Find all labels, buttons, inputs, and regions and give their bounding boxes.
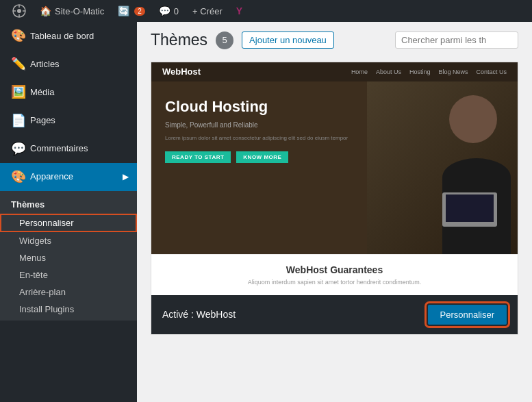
- sidebar-item-appearance[interactable]: 🎨 Apparence ▶: [0, 163, 137, 191]
- submenu-item-install-plugins[interactable]: Install Plugins: [0, 301, 137, 318]
- yoast-icon: Y: [236, 5, 242, 16]
- appearance-label: Apparence: [30, 171, 73, 183]
- pages-label: Pages: [30, 114, 55, 127]
- comments-count: 0: [174, 6, 179, 16]
- updates-button[interactable]: 🔄 2: [111, 0, 152, 22]
- submenu-item-personnaliser[interactable]: Personnaliser: [0, 214, 137, 232]
- submenu-item-arriere-plan[interactable]: Arrière-plan: [0, 284, 137, 301]
- person-head: [449, 95, 497, 143]
- active-prefix: Activé :: [162, 309, 194, 320]
- articles-icon: ✏️: [11, 55, 25, 73]
- comments-icon: 💬: [11, 140, 25, 158]
- theme-footer: Activé : WebHost Personnaliser: [151, 295, 518, 334]
- sidebar-item-dashboard[interactable]: 🎨 Tableau de bord: [0, 22, 137, 50]
- nav-link-about: About Us: [376, 68, 401, 75]
- themes-count-badge: 5: [216, 32, 233, 49]
- sidebar-item-articles[interactable]: ✏️ Articles: [0, 50, 137, 78]
- add-new-button[interactable]: Ajouter un nouveau: [242, 32, 334, 49]
- preview-hero-left: Cloud Hosting Simple, Powerfull and Reli…: [151, 81, 367, 254]
- preview-hero: Cloud Hosting Simple, Powerfull and Reli…: [151, 81, 518, 254]
- updates-count: 2: [134, 7, 145, 16]
- dashboard-icon: 🎨: [11, 27, 25, 45]
- preview-hero-subtitle: Simple, Powerfull and Reliable: [165, 121, 353, 129]
- pages-icon: 📄: [11, 112, 25, 129]
- guarantees-section: WebHost Guarantees Aliquom interdum sapi…: [151, 254, 518, 295]
- nav-link-hosting: Hosting: [409, 68, 431, 75]
- appearance-arrow: ▶: [123, 171, 129, 183]
- yoast-button[interactable]: Y: [229, 0, 249, 22]
- theme-preview: WebHost Home About Us Hosting Blog News …: [151, 62, 518, 254]
- laptop-shape: [442, 192, 497, 227]
- theme-active-label: Activé : WebHost: [162, 309, 236, 320]
- dashboard-label: Tableau de bord: [30, 30, 94, 42]
- svg-point-1: [17, 9, 21, 13]
- search-input[interactable]: [395, 32, 518, 49]
- active-theme-name: WebHost: [197, 309, 236, 320]
- submenu-header: Thèmes: [0, 194, 137, 214]
- preview-nav-logo: WebHost: [162, 66, 201, 77]
- preview-hero-title: Cloud Hosting: [165, 98, 353, 116]
- articles-label: Articles: [30, 58, 60, 71]
- theme-card-webhost: WebHost Home About Us Hosting Blog News …: [151, 62, 518, 335]
- site-name-button[interactable]: 🏠 Site-O-Matic: [33, 0, 111, 22]
- media-icon: 🖼️: [11, 84, 25, 101]
- submenu-item-widgets[interactable]: Widgets: [0, 232, 137, 249]
- wp-icon: [12, 4, 26, 18]
- main-content: Thèmes 5 Ajouter un nouveau WebHost Home…: [137, 22, 532, 402]
- nav-link-blog: Blog News: [438, 68, 468, 75]
- submenu-item-menus[interactable]: Menus: [0, 249, 137, 266]
- guarantees-text: Aliquom interdum sapien sit amet tortor …: [161, 279, 508, 286]
- appearance-icon: 🎨: [11, 168, 25, 186]
- preview-nav-links: Home About Us Hosting Blog News Contact …: [351, 68, 507, 75]
- site-name-label: Site-O-Matic: [55, 6, 104, 16]
- page-title: Thèmes: [151, 30, 207, 51]
- preview-nav: WebHost Home About Us Hosting Blog News …: [151, 62, 518, 81]
- preview-btn-more: KNOW MORE: [236, 151, 288, 163]
- sidebar-item-media[interactable]: 🖼️ Média: [0, 78, 137, 106]
- media-label: Média: [30, 86, 54, 99]
- submenu-item-entete[interactable]: En-tête: [0, 266, 137, 284]
- sidebar-item-comments[interactable]: 💬 Commentaires: [0, 135, 137, 163]
- laptop-screen: [446, 194, 494, 222]
- comments-button[interactable]: 💬 0: [152, 0, 186, 22]
- nav-link-home: Home: [351, 68, 368, 75]
- preview-btn-ready: READY TO START: [165, 151, 231, 163]
- page-header: Thèmes 5 Ajouter un nouveau: [151, 30, 518, 51]
- person-silhouette: [367, 81, 518, 254]
- preview-hero-right: [367, 81, 518, 254]
- personnaliser-button[interactable]: Personnaliser: [428, 305, 507, 325]
- wp-logo-button[interactable]: [5, 0, 33, 22]
- admin-sidebar: 🎨 Tableau de bord ✏️ Articles 🖼️ Média 📄…: [0, 22, 137, 402]
- sidebar-item-pages[interactable]: 📄 Pages: [0, 107, 137, 135]
- person-body: [442, 158, 511, 254]
- nav-link-contact: Contact Us: [476, 68, 507, 75]
- admin-bar: 🏠 Site-O-Matic 🔄 2 💬 0 + Créer Y: [0, 0, 532, 22]
- comments-label: Commentaires: [30, 142, 88, 155]
- create-label: + Créer: [192, 6, 223, 16]
- create-button[interactable]: + Créer: [186, 0, 229, 22]
- preview-hero-desc: Lorem ipsum dolor sit amet consectetur a…: [165, 134, 353, 142]
- preview-hero-buttons: READY TO START KNOW MORE: [165, 151, 353, 163]
- guarantees-title: WebHost Guarantees: [161, 264, 508, 275]
- appearance-submenu: Thèmes Personnaliser Widgets Menus En-tê…: [0, 191, 137, 321]
